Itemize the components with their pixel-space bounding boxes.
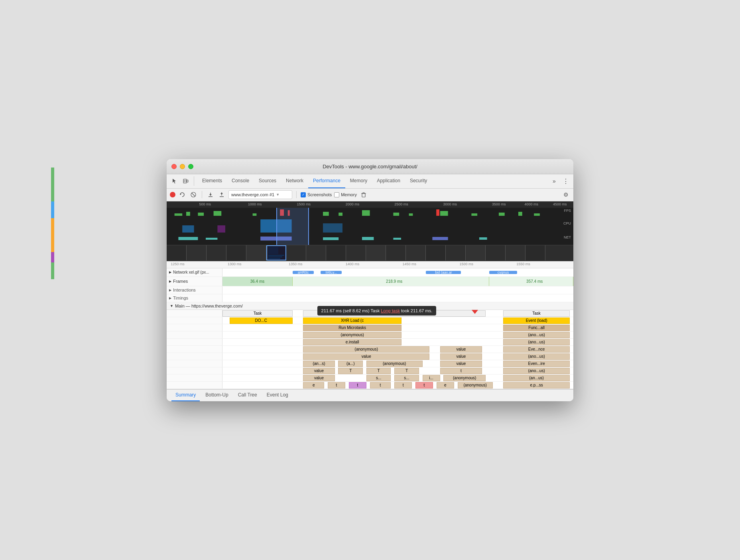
tab-memory[interactable]: Memory [345,174,372,188]
t-block-1[interactable]: T [338,368,363,374]
ans-block[interactable]: (an...s) [303,361,335,367]
t-block-4[interactable]: t [440,368,482,374]
trash-button[interactable] [359,190,368,199]
anous-block[interactable]: (ano...us) [503,368,570,374]
flame-row-2: Run Microtasks Func...all [167,324,573,331]
tab-console[interactable]: Console [227,174,254,188]
flame-row-9-content: value s... s... i... (anonymous) (an...u… [222,375,573,381]
maximize-button[interactable] [188,164,193,169]
i-block[interactable]: i... [423,375,440,381]
cpu-lane [167,217,557,233]
memory-checkbox[interactable]: Memory [334,192,357,197]
s-block-1[interactable]: s... [366,375,391,381]
value-block-5[interactable]: value [303,368,335,374]
evenire-block[interactable]: Even...ire [503,361,570,367]
flame-row-7-label [167,360,222,367]
t-block-3[interactable]: T [394,368,419,374]
anon-block-7[interactable]: (anonymous) [443,375,486,381]
device-icon[interactable] [181,176,191,186]
tab-security[interactable]: Security [405,174,432,188]
network-row-label[interactable]: ▶ Network xel.gif (px... [167,268,222,276]
ruler-mark-2000: 2000 ms [346,202,360,206]
flame-row-3-content: (anonymous) (ano...us) [222,331,573,338]
task-block-1[interactable]: Task [222,310,293,317]
xhr-load-block[interactable]: XHR Load (c [303,317,401,324]
more-tabs: » ⋮ [549,176,570,186]
record-button[interactable] [170,192,175,197]
func-all-block[interactable]: Func...all [503,325,570,331]
t-block-purple[interactable]: t [349,382,366,388]
svg-rect-33 [499,213,505,216]
svg-rect-20 [198,213,204,216]
t-block-2[interactable]: T [366,368,391,374]
t-block-red[interactable]: t [415,382,433,388]
import-button[interactable] [206,190,215,199]
detail-mark-1550: 1550 ms [516,262,530,266]
anon-block-2[interactable]: (ano...us) [503,332,570,338]
microtasks-block[interactable]: Run Microtasks [303,325,401,331]
anon-block-4[interactable]: (anonymous) [303,346,429,353]
reload-button[interactable] [178,190,187,199]
task-block-3[interactable]: Task [503,310,570,317]
anon-block-3[interactable]: (ano...us) [503,339,570,345]
svg-rect-43 [260,237,291,241]
anon-block-6[interactable]: (anonymous) [366,361,423,367]
doc-block[interactable]: DO...C [230,317,293,324]
flame-row-2-label [167,324,222,331]
einstall-block[interactable]: e.install [303,339,401,345]
tab-performance[interactable]: Performance [308,174,345,188]
tab-network[interactable]: Network [281,174,308,188]
tab-bottom-up[interactable]: Bottom-Up [201,389,232,401]
task-block-2[interactable]: Task [303,310,486,317]
minimize-button[interactable] [180,164,185,169]
export-button[interactable] [217,190,226,199]
t-block-6[interactable]: t [370,382,391,388]
value-block-1[interactable]: value [440,346,482,353]
cursor-icon[interactable] [170,176,179,186]
more-tabs-button[interactable]: » [549,176,559,186]
anon-block-8[interactable]: (anonymous) [458,382,493,388]
tab-sources[interactable]: Sources [254,174,281,188]
performance-toolbar: www.theverge.com #1 ▼ ✓ Screenshots Memo… [167,189,573,201]
frames-row-label[interactable]: ▶ Frames [167,277,222,286]
s-block-2[interactable]: s... [394,375,419,381]
event-load-block[interactable]: Event (load) [503,317,570,324]
close-button[interactable] [171,164,177,169]
anon-block-1[interactable]: (anonymous) [303,332,401,338]
anus-block[interactable]: (an...us) [503,375,570,381]
clear-button[interactable] [189,190,198,199]
interactions-row-label[interactable]: ▶ Interactions [167,286,222,294]
epss-block[interactable]: e.p...ss [503,382,570,388]
a-block[interactable]: (a...) [338,361,363,367]
value-block-4[interactable]: value [440,361,482,367]
devtools-icon-group [170,176,194,186]
interactions-row: ▶ Interactions [167,286,573,294]
svg-rect-38 [323,223,342,233]
anon-block-5[interactable]: (ano...us) [503,353,570,360]
e-block-2[interactable]: e [437,382,454,388]
svg-rect-31 [471,213,477,216]
eventnce-block[interactable]: Eve...nce [503,346,570,353]
e-block-1[interactable]: e [303,382,324,388]
long-task-indicator [472,310,478,314]
screenshots-checkbox[interactable]: ✓ Screenshots [301,192,332,197]
t-block-5[interactable]: t [328,382,345,388]
tab-elements[interactable]: Elements [197,174,227,188]
timings-row-label[interactable]: ▶ Timings [167,294,222,302]
url-selector[interactable]: www.theverge.com #1 ▼ [228,190,292,199]
tab-application[interactable]: Application [372,174,405,188]
flame-row-7: (an...s) (a...) (anonymous) value Even..… [167,360,573,367]
value-block-2[interactable]: value [303,353,429,360]
devtools-menu-button[interactable]: ⋮ [561,176,570,186]
flame-row-8: value T T T t (ano...us) [167,367,573,375]
screenshot-thumb [486,245,506,260]
tab-summary[interactable]: Summary [171,389,200,401]
settings-button[interactable]: ⚙ [561,190,570,199]
value-block-6[interactable]: value [303,375,335,381]
svg-rect-46 [393,238,401,240]
value-block-3[interactable]: value [440,353,482,360]
network-row-text: Network xel.gif (px... [173,270,209,274]
t-block-7[interactable]: t [394,382,412,388]
tab-call-tree[interactable]: Call Tree [234,389,261,401]
tab-event-log[interactable]: Event Log [263,389,292,401]
